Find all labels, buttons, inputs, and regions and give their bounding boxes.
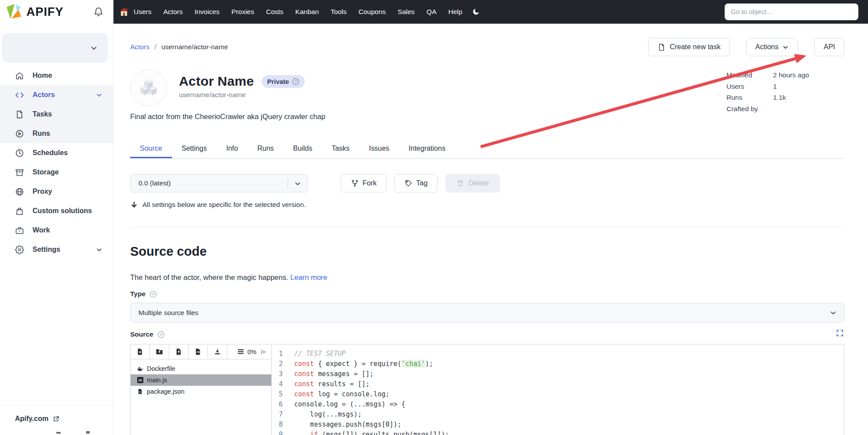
help-circle-icon[interactable]: ? [292,78,299,85]
file-row-main-js[interactable]: JSmain.js [131,374,271,386]
new-file-button[interactable] [131,344,150,359]
nav-item-actors[interactable]: Actors [163,8,182,16]
clipped-footer-row-fragment [86,431,90,434]
home-emoji-icon[interactable] [119,7,129,17]
file-tree-toolbar: 0% [131,344,271,359]
actor-handle: username/actor-name [179,91,305,99]
create-new-task-label: Create new task [670,43,721,51]
delete-button[interactable]: Delete [445,174,500,192]
meta-label: Users [726,81,773,92]
fork-label: Fork [363,179,377,187]
version-note-text: All settings below are specific for the … [142,201,306,209]
nav-item-proxies[interactable]: Proxies [231,8,254,16]
sidebar-link-apify-com[interactable]: Apify.com [15,415,60,423]
api-label: API [824,43,835,51]
tab-runs[interactable]: Runs [248,139,283,158]
new-folder-button[interactable] [150,344,169,359]
code-line: 4const results = []; [272,380,844,390]
sidebar-item-schedules[interactable]: Schedules [0,143,113,163]
tag-button[interactable]: Tag [394,174,438,192]
nav-item-sales[interactable]: Sales [398,8,415,16]
code-text: messages.push(msgs[0]); [294,420,401,431]
api-button[interactable]: API [814,38,844,56]
go-to-object-search-input[interactable] [725,4,858,20]
sidebar-item-tasks[interactable]: Tasks [0,105,113,124]
file-name: Dockerfile [147,365,175,372]
line-number: 2 [272,360,294,370]
tab-source[interactable]: Source [130,139,172,158]
tab-issues[interactable]: Issues [359,139,399,158]
fork-button[interactable]: Fork [341,174,387,192]
sidebar-item-proxy[interactable]: Proxy [0,182,113,201]
nav-item-invoices[interactable]: Invoices [194,8,219,16]
sidebar-item-home[interactable]: Home [0,66,113,85]
nav-item-tools[interactable]: Tools [331,8,346,16]
tab-tasks[interactable]: Tasks [322,139,359,158]
tab-settings[interactable]: Settings [172,139,217,158]
fullscreen-expand-icon[interactable] [835,329,844,337]
private-badge-label: Private [267,78,289,85]
sidebar-item-storage[interactable]: Storage [0,163,113,182]
archive-icon [15,168,24,177]
breadcrumb-actors-link[interactable]: Actors [130,43,150,51]
svg-text:?: ? [295,79,297,83]
sidebar-item-custom-solutions[interactable]: Custom solutions [0,201,113,221]
actor-meta: Modified2 hours agoUsers1Runs1.1kCrafted… [726,69,809,114]
svg-text:?: ? [160,332,162,337]
code-line: 6console.log = (...msgs) => { [272,400,844,410]
new-folder-icon [156,348,163,355]
account-selector[interactable] [2,33,108,63]
line-number: 6 [272,400,294,410]
actor-avatar [130,69,167,106]
upload-file-button[interactable] [169,344,189,359]
breadcrumb: Actors / username/actor-name [130,43,228,51]
learn-more-link[interactable]: Learn more [290,273,327,281]
nav-item-coupons[interactable]: Coupons [358,8,386,16]
chevron-down-icon [782,44,789,51]
version-select[interactable]: 0.0 (latest) [130,174,308,192]
actions-dropdown-button[interactable]: Actions [746,38,798,56]
move-file-button[interactable] [189,344,208,359]
sidebar-item-settings[interactable]: Settings [0,240,113,259]
help-circle-icon[interactable]: ? [157,331,165,338]
code-line: 3const messages = []; [272,370,844,380]
nav-item-users[interactable]: Users [134,8,151,16]
tab-info[interactable]: Info [217,139,248,158]
help-circle-icon[interactable]: ? [150,290,157,298]
code-line: 5const log = console.log; [272,390,844,400]
meta-row-crafted-by: Crafted by [726,103,809,115]
source-code-editor: 0% DockerfileJSmain.js{}package.json 1//… [130,344,844,435]
version-selected-value: 0.0 (latest) [139,179,171,187]
bag-icon [15,207,24,216]
tab-builds[interactable]: Builds [284,139,322,158]
type-select[interactable]: Multiple source files [130,303,844,323]
tab-integrations[interactable]: Integrations [399,139,455,158]
file-row-package-json[interactable]: {}package.json [131,386,271,397]
private-badge: Private ? [262,75,305,88]
sidebar-item-actors[interactable]: Actors [0,85,113,105]
nav-item-costs[interactable]: Costs [266,8,284,16]
download-button[interactable] [208,344,227,359]
sidebar-item-work[interactable]: Work [0,221,113,240]
dark-mode-moon-icon[interactable] [472,7,480,16]
gear-icon [15,245,24,254]
move-file-icon [194,348,202,355]
sidebar-item-runs[interactable]: Runs [0,124,113,143]
source-field-label: Source ? [130,330,165,338]
sidebar-menu: HomeActorsTasksRunsSchedulesStorageProxy… [0,66,113,259]
arrow-down-icon [130,201,138,209]
indent-guide [314,410,315,435]
nav-item-qa[interactable]: QA [427,8,436,16]
nav-item-help[interactable]: Help [448,8,462,16]
apify-logo-icon [5,3,23,21]
nav-item-kanban[interactable]: Kanban [295,8,319,16]
json-file-icon: {} [137,388,143,395]
chevron-down-icon [96,92,102,98]
file-row-dockerfile[interactable]: Dockerfile [131,363,271,374]
collapse-left-icon[interactable] [260,348,267,355]
create-new-task-button[interactable]: Create new task [648,38,730,56]
code-editor-pane[interactable]: 1// TEST SETUP2const { expect } = requir… [272,344,844,435]
notifications-bell-icon[interactable] [93,7,104,17]
file-icon [15,110,24,119]
line-number: 8 [272,420,294,431]
